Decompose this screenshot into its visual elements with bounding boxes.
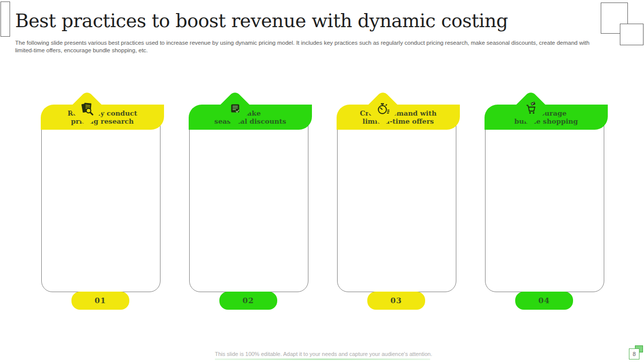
card [337, 119, 456, 292]
slide: Best practices to boost revenue with dyn… [0, 0, 644, 362]
card-03: Create demand with limited-time offers D… [337, 92, 455, 319]
card-01: Regularly conduct pricing research Gathe… [41, 92, 159, 319]
slide-title: Best practices to boost revenue with dyn… [15, 10, 569, 32]
cart-discount-icon [523, 101, 539, 117]
card [485, 119, 604, 292]
card [41, 119, 160, 292]
documents-search-icon [79, 101, 95, 117]
page-number: 8 [629, 348, 639, 359]
card [189, 119, 308, 292]
discount-list-icon [227, 101, 243, 116]
card-number-badge: 03 [367, 292, 425, 310]
slide-subtitle: The following slide presents various bes… [15, 39, 624, 54]
card-04: Encourage bundle shopping Offering two p… [485, 92, 603, 319]
decor-rect-top-left [1, 2, 10, 37]
stopwatch-icon [375, 101, 391, 117]
card-number-badge: 04 [515, 292, 573, 310]
card-02: Make seasonal discounts Minimize prices … [189, 92, 307, 319]
footer-accent-line [215, 358, 430, 360]
card-number-badge: 01 [71, 292, 129, 310]
card-number-badge: 02 [219, 292, 277, 310]
footer-note: This slide is 100% editable. Adapt it to… [215, 351, 436, 357]
